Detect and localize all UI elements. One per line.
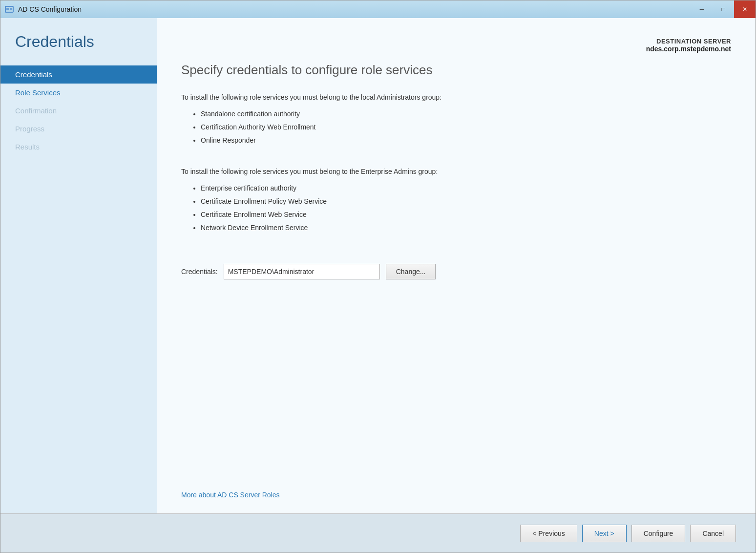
footer: < Previous Next > Configure Cancel [0, 513, 756, 553]
list-item: Certification Authority Web Enrollment [201, 121, 731, 134]
destination-server-value: ndes.corp.mstepdemo.net [181, 45, 731, 53]
list-item: Certificate Enrollment Policy Web Servic… [201, 195, 731, 208]
svg-rect-1 [6, 8, 9, 10]
main-content: Credentials Credentials Role Services Co… [0, 18, 756, 513]
sidebar-item-role-services[interactable]: Role Services [0, 84, 157, 102]
admin-group-list: Standalone certification authority Certi… [181, 107, 731, 147]
window-body: Credentials Credentials Role Services Co… [0, 18, 756, 553]
sidebar: Credentials Credentials Role Services Co… [0, 18, 157, 513]
cancel-button[interactable]: Cancel [690, 525, 736, 542]
window-title: AD CS Configuration [18, 5, 82, 13]
list-item: Standalone certification authority [201, 107, 731, 121]
destination-server-label: DESTINATION SERVER [181, 38, 731, 45]
list-item: Online Responder [201, 134, 731, 147]
list-item: Network Device Enrollment Service [201, 221, 731, 234]
destination-server-section: DESTINATION SERVER ndes.corp.mstepdemo.n… [181, 38, 731, 53]
main-window: AD CS Configuration ─ □ ✕ Credentials Cr… [0, 0, 756, 553]
sidebar-item-progress: Progress [0, 120, 157, 138]
admin-group-section: To install the following role services y… [181, 92, 731, 157]
credentials-row: Credentials: Change... [181, 264, 731, 279]
change-button[interactable]: Change... [386, 264, 436, 279]
close-button[interactable]: ✕ [734, 0, 756, 18]
content-area: DESTINATION SERVER ndes.corp.mstepdemo.n… [157, 18, 756, 513]
credentials-label: Credentials: [181, 268, 218, 276]
sidebar-item-confirmation: Confirmation [0, 102, 157, 120]
configure-button[interactable]: Configure [631, 525, 686, 542]
enterprise-group-list: Enterprise certification authority Certi… [181, 182, 731, 234]
title-bar-left: AD CS Configuration [4, 4, 82, 14]
list-item: Enterprise certification authority [201, 182, 731, 195]
list-item: Certificate Enrollment Web Service [201, 208, 731, 221]
next-button[interactable]: Next > [582, 525, 627, 542]
admin-group-text: To install the following role services y… [181, 92, 731, 103]
enterprise-group-text: To install the following role services y… [181, 167, 731, 177]
sidebar-nav: Credentials Role Services Confirmation P… [0, 65, 157, 156]
sidebar-heading: Credentials [0, 33, 157, 65]
content-title: Specify credentials to configure role se… [181, 63, 731, 78]
title-bar: AD CS Configuration ─ □ ✕ [0, 0, 756, 18]
maximize-button[interactable]: □ [713, 0, 734, 18]
title-bar-buttons: ─ □ ✕ [691, 0, 756, 18]
minimize-button[interactable]: ─ [691, 0, 713, 18]
window-icon [4, 4, 14, 14]
more-link[interactable]: More about AD CS Server Roles [181, 491, 731, 499]
sidebar-item-credentials[interactable]: Credentials [0, 65, 157, 84]
sidebar-item-results: Results [0, 138, 157, 156]
previous-button[interactable]: < Previous [520, 525, 577, 542]
enterprise-group-section: To install the following role services y… [181, 167, 731, 244]
credentials-input[interactable] [224, 264, 380, 279]
